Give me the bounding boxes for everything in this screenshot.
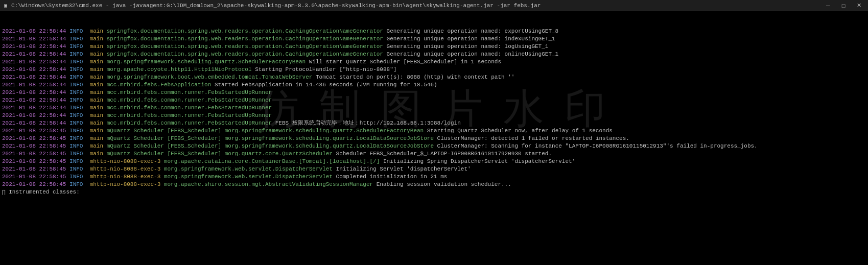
log-line: 2021-01-08 22:58:44 INFO main springfox.…: [2, 35, 866, 43]
log-line: 2021-01-08 22:58:45 INFO mhttp-nio-8088-…: [2, 165, 866, 173]
close-button[interactable]: ✕: [852, 1, 866, 10]
log-line: 2021-01-08 22:58:44 INFO main mcc.mrbird…: [2, 112, 866, 119]
log-line: 2021-01-08 22:58:45 INFO main mQuartz Sc…: [2, 127, 866, 135]
maximize-button[interactable]: □: [836, 1, 851, 10]
log-line: 2021-01-08 22:58:45 INFO mhttp-nio-8088-…: [2, 173, 866, 181]
log-line: 2021-01-08 22:58:44 INFO main morg.apach…: [2, 66, 866, 74]
log-line: 2021-01-08 22:58:44 INFO main springfox.…: [2, 28, 866, 35]
log-line: 2021-01-08 22:58:45 INFO main mQuartz Sc…: [2, 150, 866, 158]
log-line: 2021-01-08 22:58:44 INFO main morg.sprin…: [2, 58, 866, 66]
log-line: 2021-01-08 22:58:44 INFO main mcc.mrbird…: [2, 97, 866, 104]
console-output: 2021-01-08 22:58:44 INFO main springfox.…: [0, 11, 868, 265]
window-container: ▣ C:\Windows\System32\cmd.exe - java -ja…: [0, 0, 868, 265]
log-line: 2021-01-08 22:58:44 INFO main springfox.…: [2, 51, 866, 58]
log-line: 2021-01-08 22:58:44 INFO main mcc.mrbird…: [2, 104, 866, 112]
log-line: 2021-01-08 22:58:44 INFO main mcc.mrbird…: [2, 89, 866, 97]
cmd-icon: ▣: [2, 2, 9, 9]
log-line: 2021-01-08 22:58:45 INFO main mQuartz Sc…: [2, 142, 866, 150]
log-line: 2021-01-08 22:58:44 INFO main mcc.mrbird…: [2, 81, 866, 89]
log-line: 2021-01-08 22:58:44 INFO main mcc.mrbird…: [2, 119, 866, 127]
log-line: 2021-01-08 22:58:45 INFO mhttp-nio-8088-…: [2, 181, 866, 188]
log-line: 2021-01-08 22:58:44 INFO main morg.sprin…: [2, 74, 866, 81]
log-line: 2021-01-08 22:58:44 INFO main springfox.…: [2, 43, 866, 51]
title-bar-title: C:\Windows\System32\cmd.exe - java -java…: [11, 3, 541, 9]
log-line: ∏ Instrumented classes:: [2, 188, 866, 196]
minimize-button[interactable]: ─: [821, 1, 835, 10]
title-bar-controls: ─ □ ✕: [821, 1, 866, 10]
title-bar: ▣ C:\Windows\System32\cmd.exe - java -ja…: [0, 0, 868, 11]
log-line: 2021-01-08 22:58:45 INFO mhttp-nio-8088-…: [2, 158, 866, 165]
title-bar-left: ▣ C:\Windows\System32\cmd.exe - java -ja…: [2, 2, 541, 9]
log-line: 2021-01-08 22:58:45 INFO main mQuartz Sc…: [2, 135, 866, 142]
